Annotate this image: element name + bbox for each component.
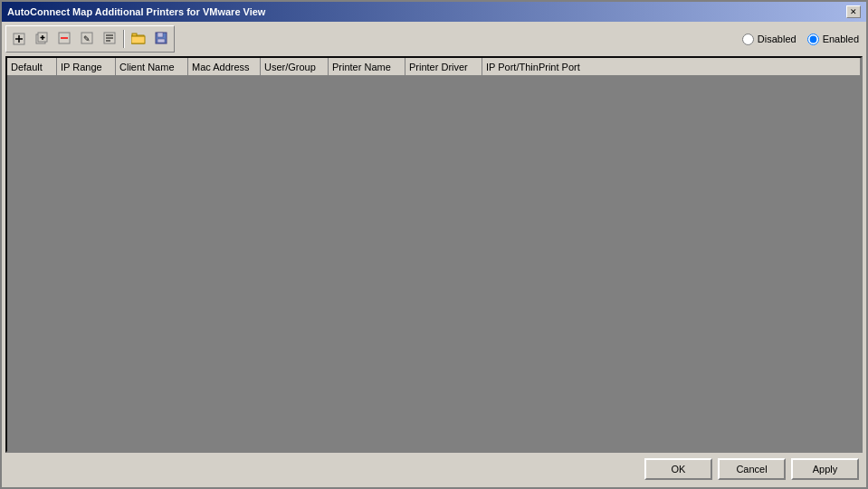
col-client-name[interactable]: Client Name <box>116 58 188 76</box>
col-printer-driver[interactable]: Printer Driver <box>405 58 482 76</box>
col-mac-address[interactable]: Mac Address <box>188 58 261 76</box>
save-button[interactable] <box>150 28 172 50</box>
toolbar: ✎ <box>5 25 175 53</box>
col-default[interactable]: Default <box>7 58 57 76</box>
col-ip-range[interactable]: IP Range <box>57 58 116 76</box>
title-bar: AutoConnect Map Additional Printers for … <box>2 2 866 22</box>
edit-button[interactable]: ✎ <box>76 28 98 50</box>
properties-icon <box>103 32 116 46</box>
table-area: Default IP Range Client Name Mac Address… <box>5 56 863 453</box>
col-printer-name[interactable]: Printer Name <box>329 58 405 76</box>
edit-icon: ✎ <box>81 32 93 46</box>
close-button[interactable]: ✕ <box>846 5 861 18</box>
cancel-button[interactable]: Cancel <box>718 458 786 480</box>
table-header: Default IP Range Client Name Mac Address… <box>7 58 861 77</box>
disabled-label: Disabled <box>758 34 796 44</box>
disabled-radio-label[interactable]: Disabled <box>742 34 796 45</box>
remove-button[interactable] <box>53 28 75 50</box>
enabled-radio-label[interactable]: Enabled <box>807 34 859 45</box>
col-ip-port[interactable]: IP Port/ThinPrint Port <box>482 58 861 76</box>
enabled-radio[interactable] <box>807 34 819 45</box>
bottom-bar: OK Cancel Apply <box>5 453 863 484</box>
remove-icon <box>58 32 71 46</box>
apply-button[interactable]: Apply <box>791 458 859 480</box>
svg-rect-19 <box>157 33 163 37</box>
svg-rect-17 <box>131 36 145 43</box>
title-bar-controls: ✕ <box>846 5 861 18</box>
add-multi-button[interactable] <box>31 28 52 50</box>
table-body <box>7 77 861 451</box>
ok-button[interactable]: OK <box>644 458 712 480</box>
add-button[interactable] <box>8 28 30 50</box>
radio-group: Disabled Enabled <box>742 34 859 45</box>
open-button[interactable] <box>128 28 149 50</box>
svg-rect-20 <box>157 39 165 43</box>
toolbar-row: ✎ <box>5 25 863 53</box>
properties-button[interactable] <box>99 28 120 50</box>
window-title: AutoConnect Map Additional Printers for … <box>7 6 265 17</box>
toolbar-separator <box>123 30 125 48</box>
add-icon <box>13 33 25 45</box>
svg-text:✎: ✎ <box>83 34 91 43</box>
add-multi-icon <box>35 32 48 46</box>
window-body: ✎ <box>2 22 866 487</box>
save-icon <box>155 32 167 46</box>
disabled-radio[interactable] <box>742 34 754 45</box>
folder-icon <box>131 32 146 46</box>
main-window: AutoConnect Map Additional Printers for … <box>0 0 868 489</box>
col-user-group[interactable]: User/Group <box>261 58 329 76</box>
enabled-label: Enabled <box>823 34 859 44</box>
